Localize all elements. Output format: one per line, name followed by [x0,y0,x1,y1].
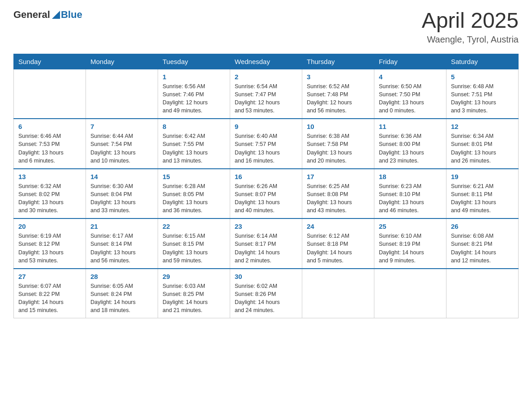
day-info: Sunrise: 6:26 AMSunset: 8:07 PMDaylight:… [235,182,297,215]
calendar-week-4: 20Sunrise: 6:19 AMSunset: 8:12 PMDayligh… [14,218,519,269]
day-number: 27 [18,273,81,280]
day-info: Sunrise: 6:07 AMSunset: 8:22 PMDaylight:… [18,282,81,315]
day-info: Sunrise: 6:17 AMSunset: 8:14 PMDaylight:… [90,232,153,265]
day-number: 26 [451,223,514,230]
day-number: 24 [307,223,369,230]
day-info: Sunrise: 6:44 AMSunset: 7:54 PMDaylight:… [90,132,153,165]
calendar-table: SundayMondayTuesdayWednesdayThursdayFrid… [13,54,519,319]
day-info: Sunrise: 6:14 AMSunset: 8:17 PMDaylight:… [235,232,297,265]
calendar-cell: 7Sunrise: 6:44 AMSunset: 7:54 PMDaylight… [86,119,158,169]
title-block: April 2025 Waengle, Tyrol, Austria [422,9,519,45]
calendar-cell: 30Sunrise: 6:02 AMSunset: 8:26 PMDayligh… [230,269,302,318]
calendar-cell: 25Sunrise: 6:10 AMSunset: 8:19 PMDayligh… [374,218,446,269]
calendar-cell: 10Sunrise: 6:38 AMSunset: 7:58 PMDayligh… [302,119,374,169]
day-info: Sunrise: 6:10 AMSunset: 8:19 PMDaylight:… [379,232,442,265]
calendar-week-5: 27Sunrise: 6:07 AMSunset: 8:22 PMDayligh… [14,269,519,318]
day-number: 29 [163,273,225,280]
weekday-header-sunday: Sunday [14,54,86,69]
day-number: 20 [18,223,81,230]
calendar-cell: 11Sunrise: 6:36 AMSunset: 8:00 PMDayligh… [374,119,446,169]
calendar-cell: 29Sunrise: 6:03 AMSunset: 8:25 PMDayligh… [158,269,230,318]
page-header: General Blue April 2025 Waengle, Tyrol, … [13,9,519,45]
day-number: 13 [18,173,81,180]
day-number: 15 [163,173,225,180]
logo-text-blue: Blue [61,9,82,21]
day-number: 16 [235,173,297,180]
calendar-cell: 21Sunrise: 6:17 AMSunset: 8:14 PMDayligh… [86,218,158,269]
calendar-cell [374,269,446,318]
day-number: 10 [307,123,369,130]
day-info: Sunrise: 6:32 AMSunset: 8:02 PMDaylight:… [18,182,81,215]
day-number: 4 [379,73,442,81]
day-info: Sunrise: 6:05 AMSunset: 8:24 PMDaylight:… [90,282,153,315]
calendar-cell: 27Sunrise: 6:07 AMSunset: 8:22 PMDayligh… [14,269,86,318]
day-info: Sunrise: 6:19 AMSunset: 8:12 PMDaylight:… [18,232,81,265]
day-info: Sunrise: 6:50 AMSunset: 7:50 PMDaylight:… [379,82,442,115]
day-number: 17 [307,173,369,180]
day-number: 3 [307,73,369,81]
weekday-header-row: SundayMondayTuesdayWednesdayThursdayFrid… [14,54,519,69]
day-info: Sunrise: 6:56 AMSunset: 7:46 PMDaylight:… [163,82,225,115]
day-number: 8 [163,123,225,130]
day-number: 25 [379,223,442,230]
day-info: Sunrise: 6:36 AMSunset: 8:00 PMDaylight:… [379,132,442,165]
weekday-header-saturday: Saturday [446,54,519,69]
day-info: Sunrise: 6:21 AMSunset: 8:11 PMDaylight:… [451,182,514,215]
logo-text-general: General [13,9,50,21]
day-info: Sunrise: 6:08 AMSunset: 8:21 PMDaylight:… [451,232,514,265]
day-number: 11 [379,123,442,130]
day-number: 12 [451,123,514,130]
calendar-cell: 14Sunrise: 6:30 AMSunset: 8:04 PMDayligh… [86,169,158,219]
day-number: 2 [235,73,297,81]
day-number: 6 [18,123,81,130]
calendar-cell: 24Sunrise: 6:12 AMSunset: 8:18 PMDayligh… [302,218,374,269]
svg-marker-0 [52,11,60,19]
day-info: Sunrise: 6:46 AMSunset: 7:53 PMDaylight:… [18,132,81,165]
day-info: Sunrise: 6:30 AMSunset: 8:04 PMDaylight:… [90,182,153,215]
day-info: Sunrise: 6:54 AMSunset: 7:47 PMDaylight:… [235,82,297,115]
calendar-cell: 6Sunrise: 6:46 AMSunset: 7:53 PMDaylight… [14,119,86,169]
calendar-cell: 28Sunrise: 6:05 AMSunset: 8:24 PMDayligh… [86,269,158,318]
calendar-cell: 8Sunrise: 6:42 AMSunset: 7:55 PMDaylight… [158,119,230,169]
weekday-header-thursday: Thursday [302,54,374,69]
calendar-cell: 1Sunrise: 6:56 AMSunset: 7:46 PMDaylight… [158,69,230,119]
day-info: Sunrise: 6:42 AMSunset: 7:55 PMDaylight:… [163,132,225,165]
day-info: Sunrise: 6:02 AMSunset: 8:26 PMDaylight:… [235,282,297,315]
calendar-cell: 5Sunrise: 6:48 AMSunset: 7:51 PMDaylight… [446,69,519,119]
day-info: Sunrise: 6:25 AMSunset: 8:08 PMDaylight:… [307,182,369,215]
calendar-subtitle: Waengle, Tyrol, Austria [422,34,519,45]
day-info: Sunrise: 6:03 AMSunset: 8:25 PMDaylight:… [163,282,225,315]
day-number: 9 [235,123,297,130]
weekday-header-wednesday: Wednesday [230,54,302,69]
calendar-cell [302,269,374,318]
day-info: Sunrise: 6:23 AMSunset: 8:10 PMDaylight:… [379,182,442,215]
day-number: 14 [90,173,153,180]
calendar-cell: 2Sunrise: 6:54 AMSunset: 7:47 PMDaylight… [230,69,302,119]
calendar-cell: 23Sunrise: 6:14 AMSunset: 8:17 PMDayligh… [230,218,302,269]
day-number: 18 [379,173,442,180]
day-number: 22 [163,223,225,230]
weekday-header-friday: Friday [374,54,446,69]
day-info: Sunrise: 6:48 AMSunset: 7:51 PMDaylight:… [451,82,514,115]
calendar-cell: 19Sunrise: 6:21 AMSunset: 8:11 PMDayligh… [446,169,519,219]
day-number: 23 [235,223,297,230]
calendar-cell: 20Sunrise: 6:19 AMSunset: 8:12 PMDayligh… [14,218,86,269]
calendar-cell [446,269,519,318]
day-info: Sunrise: 6:12 AMSunset: 8:18 PMDaylight:… [307,232,369,265]
day-info: Sunrise: 6:28 AMSunset: 8:05 PMDaylight:… [163,182,225,215]
calendar-cell: 13Sunrise: 6:32 AMSunset: 8:02 PMDayligh… [14,169,86,219]
calendar-cell [86,69,158,119]
calendar-cell: 3Sunrise: 6:52 AMSunset: 7:48 PMDaylight… [302,69,374,119]
calendar-title: April 2025 [422,9,519,33]
logo: General Blue [13,9,82,21]
calendar-cell: 22Sunrise: 6:15 AMSunset: 8:15 PMDayligh… [158,218,230,269]
logo-triangle-icon [52,11,60,19]
day-number: 1 [163,73,225,81]
calendar-week-3: 13Sunrise: 6:32 AMSunset: 8:02 PMDayligh… [14,169,519,219]
day-info: Sunrise: 6:38 AMSunset: 7:58 PMDaylight:… [307,132,369,165]
calendar-cell: 12Sunrise: 6:34 AMSunset: 8:01 PMDayligh… [446,119,519,169]
calendar-cell: 17Sunrise: 6:25 AMSunset: 8:08 PMDayligh… [302,169,374,219]
calendar-cell: 9Sunrise: 6:40 AMSunset: 7:57 PMDaylight… [230,119,302,169]
calendar-week-2: 6Sunrise: 6:46 AMSunset: 7:53 PMDaylight… [14,119,519,169]
day-info: Sunrise: 6:34 AMSunset: 8:01 PMDaylight:… [451,132,514,165]
